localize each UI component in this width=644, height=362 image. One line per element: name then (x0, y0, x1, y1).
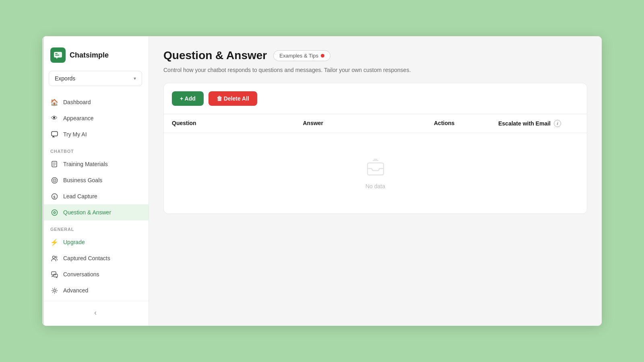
sidebar-item-label: Training Materials (63, 161, 108, 167)
svg-rect-1 (55, 53, 58, 54)
escalate-label: Escalate with Email (498, 120, 551, 127)
empty-inbox-icon (365, 157, 386, 178)
target-icon (50, 176, 58, 184)
dollar-icon: $ (50, 192, 58, 200)
sidebar-item-label: Appearance (63, 115, 94, 121)
column-question: Question (172, 120, 303, 127)
add-button-label: + Add (180, 95, 196, 102)
main-content: Question & Answer Examples & Tips Contro… (149, 36, 602, 326)
add-button[interactable]: + Add (172, 91, 204, 106)
sidebar-item-business-goals[interactable]: Business Goals (42, 172, 149, 188)
svg-text:$: $ (53, 195, 55, 199)
sidebar: Chatsimple Expords ▾ 🏠 Dashboard 👁 Appea… (42, 36, 149, 326)
table-toolbar: + Add 🗑 Delete All (164, 83, 587, 114)
page-title: Question & Answer (163, 49, 267, 62)
logo-area: Chatsimple (42, 36, 149, 71)
chatbot-section-label: CHATBOT (42, 142, 149, 156)
lightning-icon: ⚡ (50, 238, 58, 246)
column-answer: Answer (303, 120, 434, 127)
sidebar-item-label: Advanced (63, 287, 88, 294)
collapse-icon: ‹ (94, 309, 97, 317)
chat-icon (50, 130, 58, 138)
eye-icon: 👁 (50, 114, 58, 122)
sidebar-item-captured-contacts[interactable]: Captured Contacts (42, 250, 149, 266)
column-actions: Actions (434, 120, 498, 127)
sidebar-item-dashboard[interactable]: 🏠 Dashboard (42, 94, 149, 110)
workspace-selector[interactable]: Expords ▾ (49, 71, 142, 86)
svg-rect-2 (55, 55, 59, 56)
examples-tips-button[interactable]: Examples & Tips (273, 50, 330, 61)
table-header: Question Answer Actions Escalate with Em… (164, 114, 587, 133)
sidebar-item-upgrade[interactable]: ⚡ Upgrade (42, 234, 149, 250)
no-data-text: No data (365, 183, 385, 189)
sidebar-item-training-materials[interactable]: Training Materials (42, 156, 149, 172)
sidebar-item-try-my-ai[interactable]: Try My AI (42, 126, 149, 142)
svg-point-17 (54, 290, 56, 292)
delete-all-button[interactable]: 🗑 Delete All (208, 91, 257, 106)
sidebar-item-label: Conversations (63, 271, 99, 278)
qa-icon (50, 208, 58, 216)
svg-point-14 (55, 256, 57, 258)
scroll-indicator (42, 36, 44, 326)
logo-icon (50, 47, 66, 63)
svg-point-13 (52, 256, 55, 258)
sidebar-item-lead-capture[interactable]: $ Lead Capture (42, 188, 149, 204)
sidebar-item-label: Business Goals (63, 177, 102, 183)
column-escalate: Escalate with Email i (498, 120, 579, 127)
logo-text: Chatsimple (70, 51, 109, 60)
general-section-label: GENERAL (42, 220, 149, 234)
page-header: Question & Answer Examples & Tips (163, 49, 587, 62)
sidebar-item-conversations[interactable]: Conversations (42, 266, 149, 282)
svg-rect-3 (52, 132, 58, 136)
table-wrapper: Question Answer Actions Escalate with Em… (164, 114, 587, 214)
sidebar-item-label: Captured Contacts (63, 255, 110, 261)
qa-table-card: + Add 🗑 Delete All Question Answer Actio… (163, 83, 587, 214)
examples-tips-label: Examples & Tips (279, 53, 318, 59)
delete-all-button-label: 🗑 Delete All (217, 95, 249, 102)
chevron-down-icon: ▾ (134, 76, 136, 81)
page-subtitle: Control how your chatbot responds to que… (163, 67, 587, 73)
gear-icon (50, 286, 58, 294)
notification-dot (321, 54, 324, 58)
sidebar-item-label: Lead Capture (63, 193, 97, 200)
sidebar-item-label: Try My AI (63, 131, 87, 138)
top-nav: 🏠 Dashboard 👁 Appearance Try My AI (42, 94, 149, 142)
sidebar-bottom: ‹ (42, 301, 149, 326)
sidebar-item-label: Dashboard (63, 99, 91, 105)
table-empty-state: No data (164, 133, 587, 214)
workspace-name: Expords (55, 75, 75, 82)
sidebar-item-label: Question & Answer (63, 209, 111, 216)
info-icon[interactable]: i (554, 120, 561, 127)
svg-point-12 (54, 212, 55, 213)
document-icon (50, 160, 58, 168)
sidebar-item-advanced[interactable]: Advanced (42, 282, 149, 298)
sidebar-item-question-answer[interactable]: Question & Answer (42, 204, 149, 220)
collapse-sidebar-button[interactable]: ‹ (50, 306, 140, 319)
svg-point-7 (54, 180, 55, 181)
conversations-icon (50, 270, 58, 278)
sidebar-item-appearance[interactable]: 👁 Appearance (42, 110, 149, 126)
home-icon: 🏠 (50, 98, 58, 106)
sidebar-item-label: Upgrade (63, 239, 85, 245)
contacts-icon (50, 254, 58, 262)
